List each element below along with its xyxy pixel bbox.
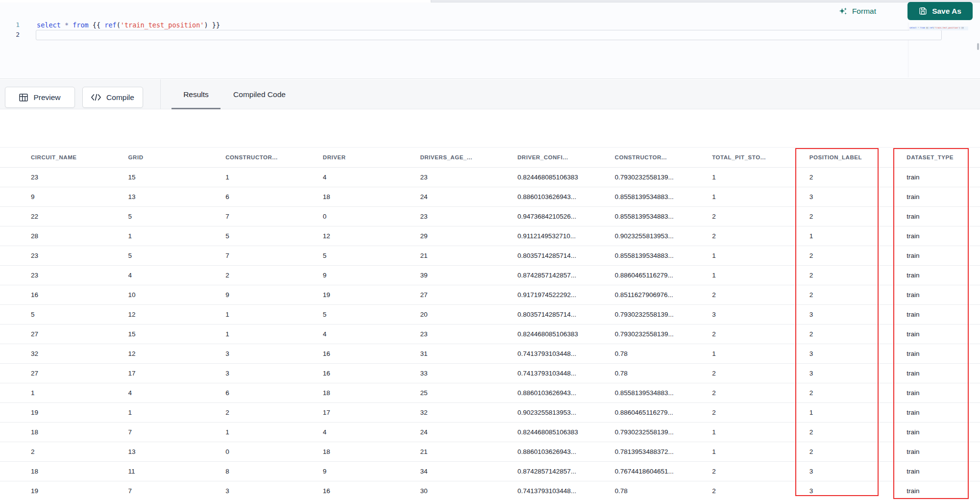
table-row: 23429390.8742857142857...0.8860465116279… [0, 266, 980, 285]
table-cell: 18 [323, 448, 420, 455]
table-cell: 16 [323, 350, 420, 357]
table-cell: 15 [128, 174, 226, 181]
table-cell: 0.9023255813953... [615, 232, 712, 240]
sql-token: ) [204, 21, 208, 29]
table-row: 181189340.8742857142857...0.767441860465… [0, 462, 980, 481]
table-row: 22570230.9473684210526...0.8558139534883… [0, 207, 980, 226]
table-cell: 2 [712, 487, 809, 495]
tab-results-label: Results [183, 90, 209, 99]
save-as-button[interactable]: Save As [907, 2, 973, 20]
sql-token: 'train_test_position' [934, 26, 959, 29]
table-row: 51215200.8035714285714...0.7930232558139… [0, 305, 980, 325]
table-cell: 0.8742857142857... [517, 272, 615, 279]
table-row: 1610919270.9171974522292...0.85116279069… [0, 285, 980, 305]
table-cell: 6 [225, 389, 323, 397]
table-cell: 0.8860465116279... [615, 272, 712, 279]
active-tab-indicator [172, 108, 220, 109]
table-row: 23575210.8035714285714...0.8558139534883… [0, 246, 980, 266]
table-cell: 2 [225, 409, 323, 416]
current-line-highlight [36, 30, 942, 40]
table-cell: 3 [712, 311, 809, 318]
table-cell: 19 [31, 487, 128, 495]
table-cell: 1 [712, 174, 809, 181]
table-cell: 0.7930232558139... [615, 428, 712, 436]
table-cell: 2 [712, 389, 809, 397]
table-icon [19, 94, 28, 101]
tab-compiled-code[interactable]: Compiled Code [226, 79, 293, 109]
preview-button[interactable]: Preview [5, 87, 75, 108]
table-cell: 2 [712, 232, 809, 240]
table-cell: 23 [31, 252, 128, 259]
column-header: DRIVERS_AGE_... [420, 154, 517, 160]
format-button[interactable]: Format [838, 5, 876, 18]
table-cell: 20 [420, 311, 517, 318]
table-cell: 2 [809, 174, 907, 181]
tab-results[interactable]: Results [172, 79, 220, 109]
table-cell: 0.7813953488372... [615, 448, 712, 455]
table-cell: 0.9023255813953... [517, 409, 615, 416]
table-cell: 1 [712, 350, 809, 357]
table-row: 213018210.8860103626943...0.781395348837… [0, 442, 980, 462]
preview-label: Preview [33, 93, 60, 102]
line-number-1: 1 [0, 20, 20, 30]
table-row: 913618240.8860103626943...0.855813953488… [0, 187, 980, 207]
table-cell: train [906, 428, 980, 436]
table-cell: 32 [420, 409, 517, 416]
table-cell: 5 [31, 311, 128, 318]
table-cell: 2 [712, 213, 809, 220]
table-cell: 27 [420, 291, 517, 299]
table-cell: 3 [225, 350, 323, 357]
table-cell: 0.8860465116279... [615, 409, 712, 416]
table-cell: 6 [225, 193, 323, 200]
table-cell: 33 [420, 370, 517, 377]
table-cell: 4 [323, 330, 420, 338]
table-cell: 5 [128, 252, 226, 259]
sql-token: select [909, 26, 916, 29]
table-cell: 1 [225, 330, 323, 338]
table-cell: 18 [31, 468, 128, 475]
table-cell: 3 [809, 311, 907, 318]
table-cell: train [906, 448, 980, 455]
compile-button[interactable]: Compile [82, 87, 143, 108]
table-cell: 1 [809, 232, 907, 240]
line-number-2: 2 [0, 30, 20, 40]
format-label: Format [852, 7, 876, 16]
tabbar-edge [431, 0, 980, 2]
table-cell: 0 [323, 213, 420, 220]
editor-minimap[interactable]: select * from {{ ref('train_test_positio… [909, 26, 968, 30]
table-cell: 0.9112149532710... [517, 232, 615, 240]
scrollbar-thumb[interactable] [977, 43, 979, 50]
table-cell: 25 [420, 389, 517, 397]
column-header: CONSTRUCTOR... [225, 154, 323, 160]
table-cell: 1 [225, 174, 323, 181]
table-cell: 11 [128, 468, 226, 475]
table-cell: 12 [128, 350, 226, 357]
table-cell: 0.7930232558139... [615, 174, 712, 181]
table-cell: train [906, 174, 980, 181]
table-cell: 1 [712, 448, 809, 455]
table-cell: 3 [809, 193, 907, 200]
table-cell: 0.9171974522292... [517, 291, 615, 299]
column-header: CIRCUIT_NAME [31, 154, 128, 160]
table-cell: 5 [323, 252, 420, 259]
table-row: 18714240.8244680851063830.7930232558139.… [0, 423, 980, 442]
table-cell: 0.9473684210526... [517, 213, 615, 220]
table-cell: train [906, 468, 980, 475]
table-cell: 0.824468085106383 [517, 428, 615, 436]
table-cell: train [906, 389, 980, 397]
table-cell: 0.8742857142857... [517, 468, 615, 475]
table-cell: 1 [712, 252, 809, 259]
table-cell: 2 [809, 272, 907, 279]
table-cell: train [906, 350, 980, 357]
table-row: 2717316330.7413793103448...0.7823train [0, 364, 980, 383]
table-row: 281512290.9112149532710...0.902325581395… [0, 226, 980, 246]
sql-editor-panel: Format Save As select * from {{ ref('tra… [0, 0, 980, 79]
table-cell: train [906, 409, 980, 416]
table-cell: 2 [712, 370, 809, 377]
table-cell: 0.7413793103448... [517, 487, 615, 495]
table-cell: 0.7930232558139... [615, 311, 712, 318]
table-cell: 28 [31, 232, 128, 240]
table-cell: 16 [31, 291, 128, 299]
table-cell: 4 [323, 174, 420, 181]
table-cell: 7 [128, 428, 226, 436]
